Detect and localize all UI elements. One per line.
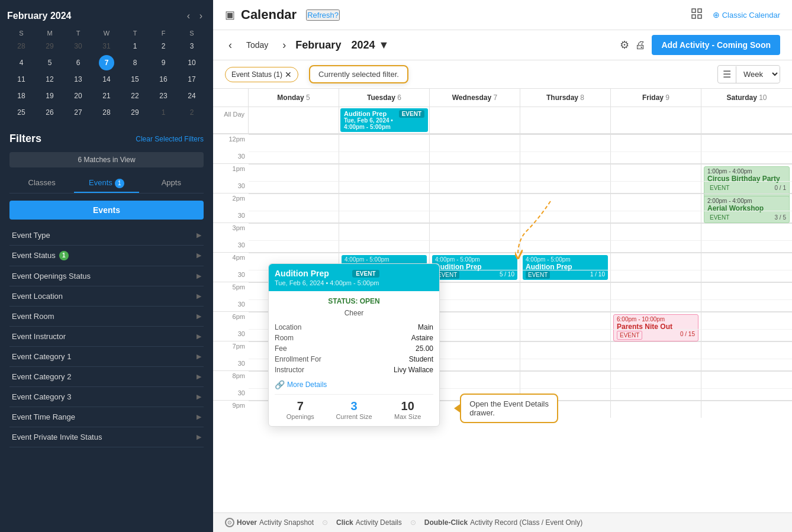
cell-wed-3pm[interactable] [430, 223, 520, 240]
cell-thu-1230[interactable] [520, 151, 611, 163]
cell-sat-330[interactable] [701, 240, 792, 252]
cell-wed-1pm[interactable] [430, 164, 520, 181]
cell-fri-7pm[interactable] [611, 341, 701, 359]
mini-cal-day[interactable]: 11 [14, 72, 29, 87]
mini-cal-day[interactable]: 20 [70, 88, 86, 104]
mini-cal-next[interactable]: › [196, 9, 206, 22]
cell-mon-1230[interactable] [249, 151, 339, 163]
classic-calendar-link[interactable]: ⊕ Classic Calendar [713, 10, 780, 20]
cell-fri-430[interactable] [611, 270, 701, 282]
event-status-chip[interactable]: Event Status (1) ✕ [225, 67, 298, 82]
cell-wed-630[interactable] [430, 329, 520, 341]
cell-wed-12pm[interactable] [430, 134, 520, 151]
cell-sat-230[interactable] [701, 211, 792, 223]
today-button[interactable]: Today [242, 39, 273, 51]
clear-filters-button[interactable]: Clear Selected Filters [136, 135, 204, 143]
cell-fri-230[interactable] [611, 211, 701, 223]
cell-fri-9pm[interactable] [611, 401, 701, 418]
filter-openings-status[interactable]: Event Openings Status ▶ [9, 266, 204, 286]
cell-fri-12pm[interactable] [611, 134, 701, 151]
cell-thu-3pm[interactable] [520, 223, 611, 240]
next-period-button[interactable]: › [279, 38, 289, 53]
cell-thu-2pm[interactable] [520, 194, 611, 211]
cell-wed-6pm[interactable] [430, 312, 520, 329]
cell-fri-6pm[interactable]: 6:00pm - 10:00pm Parents Nite Out EVENT … [611, 312, 701, 329]
events-button[interactable]: Events [9, 201, 204, 220]
mini-cal-day[interactable]: 3 [184, 38, 199, 54]
cell-mon-2pm[interactable] [249, 194, 339, 211]
tab-events[interactable]: Events1 [74, 175, 139, 193]
print-button[interactable]: 🖨 [635, 39, 646, 51]
mini-cal-day[interactable]: 14 [99, 72, 114, 87]
mini-cal-day[interactable]: 19 [42, 88, 57, 104]
cell-thu-5pm[interactable] [520, 282, 611, 299]
cell-sat-630[interactable] [701, 329, 792, 341]
mini-cal-day[interactable]: 28 [14, 38, 29, 54]
mini-cal-day[interactable]: 1 [127, 38, 143, 54]
tab-classes[interactable]: Classes [9, 175, 74, 193]
cell-tue-130[interactable] [339, 181, 430, 193]
mini-cal-day[interactable]: 22 [127, 88, 143, 104]
cell-sat-7pm[interactable] [701, 341, 792, 359]
cell-thu-4pm[interactable]: 4:00pm - 5:00pm Audition Prep EVENT 1 / … [520, 253, 611, 270]
cell-thu-1pm[interactable] [520, 164, 611, 181]
mini-cal-day[interactable]: 2 [184, 105, 199, 120]
mini-cal-day[interactable]: 2 [156, 38, 171, 54]
mini-cal-day[interactable]: 18 [14, 88, 29, 104]
cell-fri-130[interactable] [611, 181, 701, 193]
cell-wed-230[interactable] [430, 211, 520, 223]
cell-thu-12pm[interactable] [520, 134, 611, 151]
cell-sat-1pm[interactable]: 1:00pm - 4:00pm Circus Birthday Party EV… [701, 164, 792, 181]
mini-cal-day[interactable]: 27 [70, 105, 86, 120]
cell-sat-830[interactable] [701, 388, 792, 400]
cell-thu-730[interactable] [520, 359, 611, 370]
mini-cal-day[interactable]: 12 [42, 72, 57, 87]
mini-cal-day[interactable]: 29 [127, 105, 143, 120]
cell-thu-430[interactable] [520, 270, 611, 282]
mini-cal-day[interactable]: 16 [156, 72, 171, 87]
cell-fri-830[interactable] [611, 388, 701, 400]
cell-tue-2pm[interactable] [339, 194, 430, 211]
filter-category3[interactable]: Event Category 3 ▶ [9, 387, 204, 407]
cell-fri-2pm[interactable] [611, 194, 701, 211]
cell-mon-12pm[interactable] [249, 134, 339, 151]
cell-sat-1230[interactable] [701, 151, 792, 163]
mini-cal-day[interactable]: 13 [70, 72, 86, 87]
cell-fri-3pm[interactable] [611, 223, 701, 240]
mini-cal-day[interactable]: 4 [14, 55, 29, 70]
cell-wed-330[interactable] [430, 240, 520, 252]
cell-sat-2pm[interactable]: 2:00pm - 4:00pm Aerial Workshop EVENT 3 … [701, 194, 792, 211]
cell-wed-5pm[interactable] [430, 282, 520, 299]
add-activity-button[interactable]: Add Activity - Coming Soon [652, 35, 780, 55]
cell-mon-230[interactable] [249, 211, 339, 223]
cell-thu-7pm[interactable] [520, 341, 611, 359]
cell-wed-530[interactable] [430, 299, 520, 311]
cell-wed-730[interactable] [430, 359, 520, 370]
cell-fri-1230[interactable] [611, 151, 701, 163]
cell-fri-1pm[interactable] [611, 164, 701, 181]
mini-cal-day[interactable]: 15 [127, 72, 143, 87]
cell-thu-6pm[interactable] [520, 312, 611, 329]
cell-fri-5pm[interactable] [611, 282, 701, 299]
mini-cal-day[interactable]: 30 [70, 38, 86, 54]
mini-cal-day[interactable]: 6 [70, 55, 86, 70]
filter-time-range[interactable]: Event Time Range ▶ [9, 407, 204, 427]
cell-thu-130[interactable] [520, 181, 611, 193]
cell-fri-730[interactable] [611, 359, 701, 370]
mini-cal-day[interactable]: 10 [184, 55, 199, 70]
cell-wed-430[interactable] [430, 270, 520, 282]
cell-wed-8pm[interactable] [430, 371, 520, 388]
cell-thu-630[interactable] [520, 329, 611, 341]
cell-thu-230[interactable] [520, 211, 611, 223]
list-view-button[interactable]: ☰ [718, 66, 736, 83]
cell-mon-330[interactable] [249, 240, 339, 252]
cell-fri-330[interactable] [611, 240, 701, 252]
mini-cal-day-today[interactable]: 7 [99, 55, 114, 70]
mini-cal-day[interactable]: 29 [42, 38, 57, 54]
cell-tue-3pm[interactable] [339, 223, 430, 240]
cell-mon-3pm[interactable] [249, 223, 339, 240]
cell-sat-4pm[interactable] [701, 253, 792, 270]
cell-mon-130[interactable] [249, 181, 339, 193]
cell-thu-530[interactable] [520, 299, 611, 311]
mini-cal-day[interactable]: 21 [99, 88, 114, 104]
